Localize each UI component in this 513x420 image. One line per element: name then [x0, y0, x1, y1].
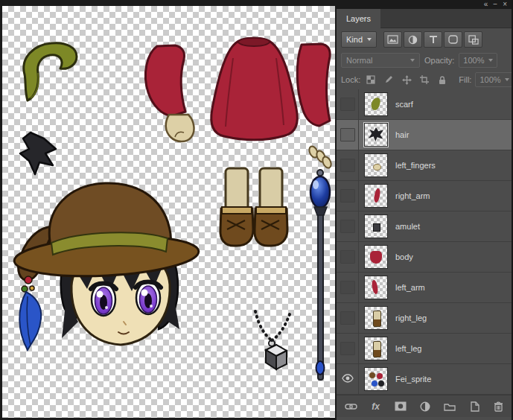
close-icon[interactable]: × [503, 1, 507, 8]
layer-row-amulet[interactable]: amulet [337, 211, 513, 242]
layer-name[interactable]: left_fingers [395, 161, 436, 170]
visibility-toggle[interactable] [337, 181, 359, 211]
body-part [211, 38, 298, 140]
lock-label: Lock: [341, 75, 360, 84]
layer-name[interactable]: body [395, 252, 413, 261]
lock-buttons [364, 73, 449, 86]
adjustment-layer-filter-icon[interactable] [404, 31, 422, 48]
visibility-toggle[interactable] [337, 364, 359, 394]
lock-image-pixels-icon[interactable] [382, 73, 395, 86]
left-fingers-part [308, 145, 333, 170]
visibility-box [340, 128, 355, 141]
layer-name[interactable]: amulet [395, 222, 420, 231]
left-arm-part [145, 45, 194, 141]
new-group-icon[interactable] [443, 400, 456, 413]
eye-icon [342, 374, 354, 384]
layer-name[interactable]: left_arm [395, 283, 425, 292]
kind-filter-dropdown[interactable]: Kind [341, 31, 377, 48]
layer-thumbnail[interactable] [364, 245, 388, 269]
hair-tuft-part [20, 133, 56, 174]
minimize-icon[interactable]: − [493, 1, 497, 8]
head-part [13, 183, 200, 350]
shape-layer-filter-icon[interactable] [444, 31, 462, 48]
smart-object-filter-icon[interactable] [464, 31, 482, 48]
kind-filter-label: Kind [346, 35, 363, 44]
fill-value-dropdown[interactable]: 100% [475, 72, 513, 87]
staff-part [310, 170, 330, 380]
visibility-toggle[interactable] [337, 334, 359, 363]
fill-value: 100% [479, 75, 500, 84]
layer-thumbnail[interactable] [364, 337, 388, 360]
chevron-down-icon [505, 78, 509, 81]
lock-artboard-icon[interactable] [418, 73, 431, 86]
visibility-box [340, 342, 355, 355]
layer-thumbnail[interactable] [364, 214, 388, 238]
tab-layers[interactable]: Layers [337, 9, 380, 28]
fill-label: Fill: [459, 75, 471, 84]
lock-fill-row: Lock: Fill: 100% [337, 70, 513, 89]
layers-bottom-toolbar: fx [337, 395, 513, 417]
add-layer-mask-icon[interactable] [394, 400, 407, 413]
layer-thumbnail[interactable] [364, 184, 388, 208]
blend-mode-dropdown[interactable]: Normal [341, 53, 420, 68]
layer-row-hair[interactable]: hair [337, 120, 513, 150]
chevron-down-icon [410, 59, 415, 62]
visibility-box [340, 281, 355, 294]
layer-name[interactable]: right_arm [395, 191, 430, 200]
lock-transparent-pixels-icon[interactable] [364, 73, 377, 86]
visibility-box [340, 311, 355, 325]
layer-thumbnail[interactable] [364, 153, 388, 177]
new-layer-icon[interactable] [468, 400, 481, 413]
visibility-box [340, 250, 355, 264]
layer-thumbnail[interactable] [364, 123, 388, 147]
layers-panel: « − × Layers Kind [337, 0, 513, 420]
visibility-toggle[interactable] [337, 120, 359, 150]
type-layer-filter-icon[interactable] [424, 31, 442, 48]
visibility-toggle[interactable] [337, 211, 359, 241]
layer-name[interactable]: right_leg [395, 314, 427, 322]
visibility-box [340, 189, 355, 203]
lock-position-icon[interactable] [400, 73, 413, 86]
layer-row-scarf[interactable]: scarf [337, 89, 513, 120]
blend-opacity-row: Normal Opacity: 100% [337, 51, 513, 70]
layer-thumbnail[interactable] [364, 367, 388, 391]
document-canvas[interactable] [2, 6, 335, 418]
layer-row-right-arm[interactable]: right_arm [337, 181, 513, 211]
visibility-box [340, 159, 355, 172]
layer-name[interactable]: hair [395, 130, 409, 139]
layer-thumbnail[interactable] [364, 276, 388, 299]
visibility-toggle[interactable] [337, 303, 359, 333]
layer-name[interactable]: left_leg [395, 344, 421, 353]
layer-row-body[interactable]: body [337, 242, 513, 273]
opacity-value-dropdown[interactable]: 100% [459, 53, 497, 68]
filter-buttons [383, 31, 482, 48]
link-layers-icon[interactable] [345, 400, 358, 413]
visibility-toggle[interactable] [337, 89, 359, 119]
visibility-toggle[interactable] [337, 242, 359, 272]
sprite-canvas-art [2, 6, 335, 418]
visibility-toggle[interactable] [337, 150, 359, 180]
collapse-panels-icon[interactable]: « [484, 1, 488, 8]
layer-row-fei-sprite[interactable]: Fei_sprite [337, 364, 513, 395]
chevron-down-icon [488, 59, 493, 62]
chevron-down-icon [367, 38, 372, 41]
layer-row-right-leg[interactable]: right_leg [337, 303, 513, 334]
visibility-box [340, 220, 355, 233]
layer-row-left-arm[interactable]: left_arm [337, 273, 513, 303]
layer-row-left-leg[interactable]: left_leg [337, 334, 513, 364]
delete-layer-icon[interactable] [492, 400, 506, 413]
scarf-part [24, 43, 77, 101]
photoshop-window: « − × Layers Kind [0, 0, 513, 420]
pixel-layer-filter-icon[interactable] [383, 31, 402, 48]
right-arm-part [297, 44, 330, 126]
layer-style-fx-icon[interactable]: fx [369, 400, 383, 413]
layer-row-left-fingers[interactable]: left_fingers [337, 150, 513, 181]
visibility-toggle[interactable] [337, 273, 359, 302]
layer-name[interactable]: scarf [395, 100, 413, 109]
layer-name[interactable]: Fei_sprite [395, 375, 431, 384]
new-adjustment-layer-icon[interactable] [418, 400, 432, 413]
layer-thumbnail[interactable] [364, 92, 388, 116]
panel-window-bar: « − × [337, 0, 513, 9]
layer-thumbnail[interactable] [364, 306, 388, 330]
lock-all-icon[interactable] [436, 73, 449, 86]
